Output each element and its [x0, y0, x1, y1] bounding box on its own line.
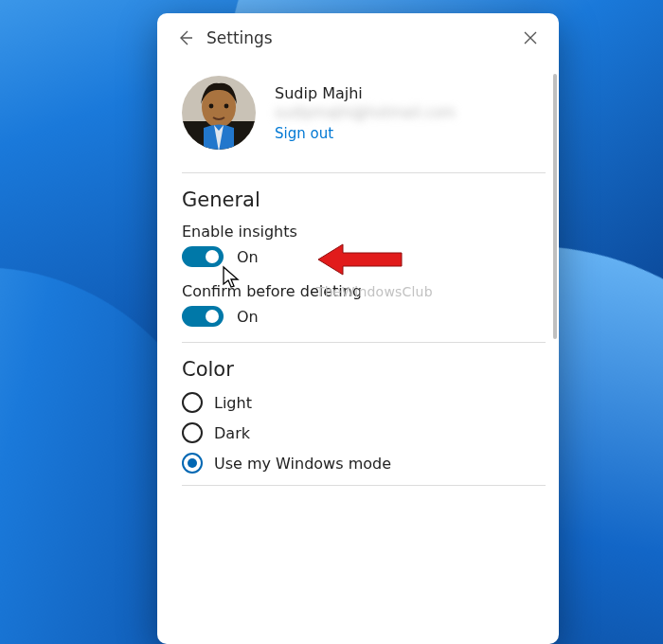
color-option-light[interactable]: Light	[182, 392, 546, 413]
panel-title: Settings	[206, 28, 517, 47]
settings-panel: Settings Sudip Majhi	[157, 13, 559, 644]
back-arrow-icon	[176, 28, 195, 47]
confirm-delete-toggle[interactable]	[182, 306, 224, 327]
radio-icon	[182, 422, 203, 443]
divider	[182, 485, 546, 486]
color-option-windows-mode[interactable]: Use my Windows mode	[182, 453, 546, 474]
radio-icon	[182, 392, 203, 413]
sign-out-link[interactable]: Sign out	[275, 125, 456, 142]
account-block: Sudip Majhi sudipmajhi@hotmail.com Sign …	[176, 63, 551, 172]
color-option-dark[interactable]: Dark	[182, 422, 546, 443]
enable-insights-label: Enable insights	[182, 223, 546, 241]
radio-label: Light	[214, 394, 252, 412]
confirm-delete-state: On	[237, 308, 259, 326]
panel-header: Settings	[157, 13, 559, 63]
account-name: Sudip Majhi	[275, 84, 456, 102]
section-heading-color: Color	[182, 358, 546, 381]
svg-point-3	[209, 104, 214, 109]
section-heading-general: General	[182, 188, 546, 211]
account-email-blurred: sudipmajhi@hotmail.com	[275, 104, 456, 121]
avatar	[182, 76, 256, 150]
radio-label: Use my Windows mode	[214, 455, 391, 473]
radio-label: Dark	[214, 424, 250, 442]
enable-insights-state: On	[237, 248, 259, 266]
panel-content: Sudip Majhi sudipmajhi@hotmail.com Sign …	[176, 63, 551, 644]
close-button[interactable]	[517, 25, 544, 51]
close-icon	[523, 30, 538, 45]
radio-icon	[182, 453, 203, 474]
divider	[182, 342, 546, 343]
scrollbar-thumb[interactable]	[553, 74, 557, 339]
svg-point-4	[224, 104, 229, 109]
back-button[interactable]	[172, 25, 199, 51]
enable-insights-toggle[interactable]	[182, 246, 224, 267]
divider	[182, 172, 546, 173]
confirm-delete-label: Confirm before deleting	[182, 282, 546, 300]
